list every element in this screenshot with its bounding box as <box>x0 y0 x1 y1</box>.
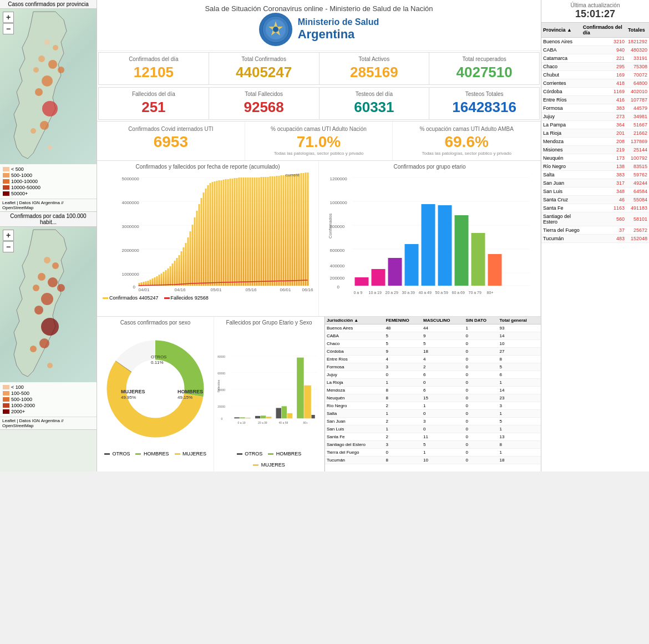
svg-rect-178 <box>240 417 245 418</box>
province-dia: 383 <box>581 104 626 113</box>
th-sin-dato[interactable]: SIN DATO <box>464 317 498 324</box>
uti-nacion-subtitle: Todas las patologías, sector público y p… <box>247 151 391 156</box>
svg-text:10 a 19: 10 a 19 <box>369 291 382 295</box>
timeseries-legend: Confirmados 4405247 Fallecidos 92568 <box>100 294 316 302</box>
uti-section: Confirmados Covid internados UTI 6953 % … <box>97 121 541 160</box>
svg-text:60000: 60000 <box>217 372 225 375</box>
svg-text:40 a 59: 40 a 59 <box>279 421 288 424</box>
bottom-table-row: Entre Ríos4408 <box>325 356 541 363</box>
map-zoom-out[interactable]: − <box>3 23 14 34</box>
svg-rect-42 <box>145 281 147 286</box>
svg-rect-179 <box>245 418 250 418</box>
svg-rect-52 <box>168 268 169 286</box>
province-name: Santa Fe <box>541 204 581 212</box>
province-table-row: Santa Fe1163491183 <box>541 204 649 212</box>
svg-text:Confirmados: Confirmados <box>328 214 333 239</box>
page-title: Sala de Situación Coronavirus online - M… <box>97 4 541 13</box>
bottom-table-row: CABA59014 <box>325 332 541 340</box>
death-age-sex-legend: OTROS HOMBRES MUJERES <box>217 450 321 469</box>
province-name: Buenos Aires <box>541 38 581 46</box>
province-table-row: San Juan31749244 <box>541 179 649 187</box>
province-total: 402010 <box>626 88 649 96</box>
province-table-row: Salta38359762 <box>541 171 649 179</box>
svg-rect-143 <box>455 215 469 286</box>
province-total: 75308 <box>626 63 649 71</box>
svg-point-21 <box>44 257 50 263</box>
stat-label-5: Total Fallecidos <box>211 91 317 97</box>
map-bottom-title: Confirmados por cada 100.000 habit... <box>0 212 97 227</box>
svg-text:05/01: 05/01 <box>211 287 222 292</box>
map-top-legend: < 500 500-1000 1000-10000 10000-50000 50… <box>0 164 97 199</box>
svg-rect-45 <box>152 278 154 286</box>
province-table-row: Mendoza208137869 <box>541 138 649 146</box>
svg-rect-83 <box>236 178 238 286</box>
svg-rect-109 <box>294 174 296 286</box>
svg-rect-110 <box>296 174 298 286</box>
map-top-title: Casos confirmados por provincia <box>0 0 97 9</box>
province-total: 58101 <box>626 212 649 226</box>
svg-point-18 <box>39 338 49 348</box>
uti-amba-label: % ocupación camas UTI Adulto AMBA <box>395 126 538 132</box>
svg-rect-67 <box>201 198 202 286</box>
th-total[interactable]: Total general <box>498 317 541 324</box>
province-dia: 383 <box>581 171 626 179</box>
stat-value-6: 60331 <box>322 99 427 116</box>
province-name: La Pampa <box>541 121 581 129</box>
svg-rect-187 <box>304 386 311 419</box>
svg-rect-78 <box>225 179 227 286</box>
stats-grid-bottom: Fallecidos del día 251 Total Fallecidos … <box>98 87 540 120</box>
stat-label-4: Fallecidos del día <box>101 91 206 97</box>
stat-label-0: Confirmados del día <box>101 56 206 62</box>
bottom-table-row: La Rioja1001 <box>325 379 541 387</box>
uti-amba-value: 69.6% <box>395 133 538 151</box>
svg-point-15 <box>38 273 45 281</box>
province-dia: 138 <box>581 163 626 171</box>
province-table-row: Entre Ríos416107787 <box>541 96 649 104</box>
svg-rect-69 <box>205 189 207 286</box>
th-totales[interactable]: Totales <box>626 23 649 38</box>
svg-rect-82 <box>234 178 236 286</box>
svg-text:0: 0 <box>133 285 136 290</box>
svg-rect-75 <box>219 180 220 286</box>
province-total: 64800 <box>626 79 649 88</box>
uti-nacion: % ocupación camas UTI Adulto Nación 71.0… <box>245 121 393 160</box>
province-name: Córdoba <box>541 88 581 96</box>
th-femenino[interactable]: FEMENINO <box>384 317 422 324</box>
province-dia: 221 <box>581 54 626 63</box>
svg-point-16 <box>52 262 59 269</box>
update-box: Última actualización 15:01:27 <box>541 0 649 23</box>
bottom-table-row: Santa Fe211013 <box>325 433 541 441</box>
bottom-table-row: Formosa3205 <box>325 363 541 371</box>
stat-label-7: Testeos Totales <box>432 91 537 97</box>
svg-rect-46 <box>154 277 156 286</box>
province-table-row: La Rioja20121662 <box>541 129 649 138</box>
svg-point-26 <box>273 27 278 32</box>
province-total: 21662 <box>626 129 649 138</box>
th-provincia[interactable]: Provincia ▲ <box>541 23 581 38</box>
map2-zoom-out[interactable]: − <box>3 241 14 252</box>
svg-rect-115 <box>307 173 309 286</box>
province-total: 107787 <box>626 96 649 104</box>
argentina-map2-svg <box>0 227 97 379</box>
map2-zoom-in[interactable]: + <box>3 230 14 241</box>
svg-rect-186 <box>297 358 304 419</box>
svg-point-7 <box>31 128 36 134</box>
svg-text:2000000: 2000000 <box>122 248 140 253</box>
map-bottom-legend: < 100 100-500 500-1000 1000-2000 2000+ <box>0 382 97 417</box>
province-table-row: Chaco29575308 <box>541 63 649 71</box>
province-total: 491183 <box>626 204 649 212</box>
stat-fallecidos-dia: Fallecidos del día 251 <box>99 88 209 119</box>
stat-value-2: 285169 <box>322 64 427 81</box>
th-masculino[interactable]: MASCULINO <box>422 317 464 324</box>
svg-rect-88 <box>247 178 249 286</box>
th-confirmados-dia[interactable]: Confirmados del día <box>581 23 626 38</box>
svg-text:600000: 600000 <box>330 248 345 253</box>
svg-rect-54 <box>172 263 174 286</box>
province-name: San Luis <box>541 187 581 196</box>
svg-rect-55 <box>174 261 176 286</box>
map-zoom-in[interactable]: + <box>3 12 14 23</box>
svg-text:30 a 39: 30 a 39 <box>402 291 415 295</box>
th-jurisdiction[interactable]: Jurisdicción ▲ <box>325 317 384 324</box>
svg-rect-49 <box>161 273 163 286</box>
svg-rect-74 <box>216 181 218 286</box>
